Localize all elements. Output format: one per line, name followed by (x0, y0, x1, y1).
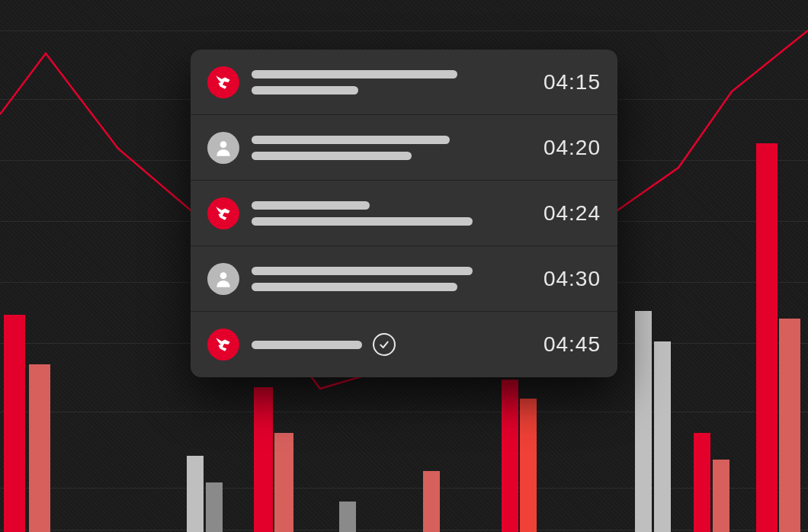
message-text-placeholder (252, 86, 358, 95)
message-text-placeholder (252, 136, 450, 144)
message-content (252, 136, 531, 160)
falcon-icon (207, 197, 239, 229)
timestamp: 04:15 (543, 70, 601, 95)
message-text-placeholder (252, 152, 412, 160)
message-text-placeholder (252, 267, 473, 275)
message-content (252, 70, 531, 95)
message-text-placeholder (252, 283, 457, 291)
message-content (252, 333, 531, 356)
chat-row: 04:24 (191, 181, 617, 246)
message-text-placeholder (252, 217, 473, 226)
falcon-icon (207, 328, 239, 361)
timestamp: 04:45 (543, 332, 601, 357)
timestamp: 04:30 (543, 267, 601, 291)
person-icon (207, 132, 239, 164)
message-content (252, 267, 531, 291)
svg-point-0 (220, 141, 227, 148)
message-content (252, 201, 531, 226)
chat-row: 04:45 (191, 312, 617, 377)
svg-point-1 (220, 272, 227, 279)
falcon-icon (207, 66, 239, 98)
person-icon (207, 263, 239, 295)
message-text-placeholder (252, 70, 457, 79)
chat-row: 04:15 (191, 50, 617, 115)
chat-panel: 04:1504:2004:2404:3004:45 (191, 50, 617, 377)
message-text-placeholder (252, 201, 370, 210)
chat-row: 04:20 (191, 115, 617, 181)
timestamp: 04:24 (543, 201, 601, 226)
message-text-placeholder (252, 341, 362, 349)
timestamp: 04:20 (543, 136, 601, 160)
chat-row: 04:30 (191, 246, 617, 312)
check-icon (373, 333, 396, 356)
